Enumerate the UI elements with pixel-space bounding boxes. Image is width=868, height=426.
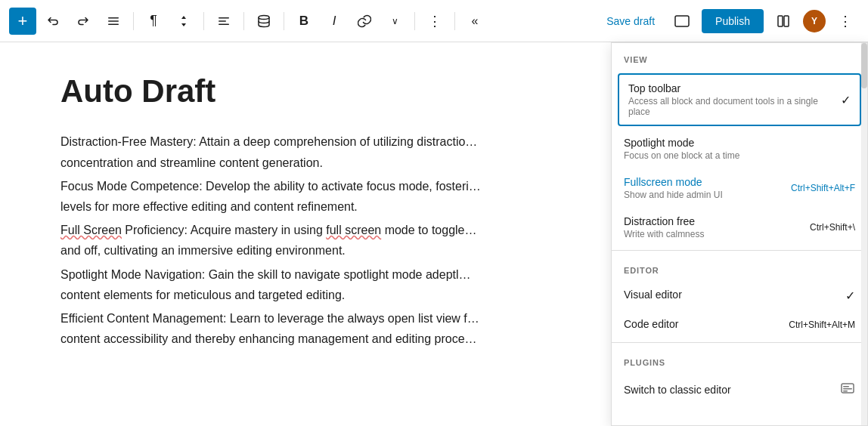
code-editor-item[interactable]: Code editor Ctrl+Shift+Alt+M	[612, 310, 867, 339]
paragraph-button[interactable]: ¶	[140, 8, 167, 35]
svg-rect-7	[675, 16, 689, 26]
svg-rect-1	[108, 20, 119, 22]
top-toolbar-desc: Access all block and document tools in a…	[628, 96, 835, 117]
menu-dots-button[interactable]: ⋮	[832, 8, 859, 35]
view-section-label: VIEW	[612, 43, 867, 70]
distraction-free-desc: Write with calmness	[624, 229, 704, 239]
database-button[interactable]	[250, 8, 277, 35]
svg-rect-13	[843, 390, 848, 392]
bold-button[interactable]: B	[290, 8, 318, 35]
divider-1	[612, 250, 867, 251]
redo-button[interactable]	[70, 8, 97, 35]
top-toolbar-text: Top toolbar Access all block and documen…	[628, 82, 835, 117]
full-screen-text-2: full screen	[326, 224, 381, 236]
classic-editor-item[interactable]: Switch to classic editor	[612, 373, 867, 407]
editor-section-label: EDITOR	[612, 254, 867, 281]
save-draft-button[interactable]: Save draft	[599, 11, 662, 32]
fullscreen-mode-desc: Show and hide admin UI	[624, 190, 723, 200]
more-options-button[interactable]: ⋮	[421, 8, 448, 35]
view-dropdown-panel: VIEW Top toolbar Access all block and do…	[611, 42, 868, 426]
plugins-section-label: PLUGINS	[612, 346, 867, 373]
scrollbar-thumb[interactable]	[861, 43, 867, 88]
list-view-button[interactable]	[100, 8, 127, 35]
full-screen-text-1: Full Screen	[60, 224, 122, 236]
arrows-button[interactable]	[170, 8, 197, 35]
separator-3	[243, 12, 244, 30]
svg-rect-5	[219, 23, 229, 25]
scrollbar[interactable]	[861, 43, 867, 425]
block-tools-button[interactable]	[210, 8, 237, 35]
distraction-free-text: Distraction free Write with calmness	[624, 215, 704, 239]
preview-button[interactable]	[668, 8, 696, 35]
visual-editor-text: Visual editor	[624, 289, 682, 302]
distraction-free-item[interactable]: Distraction free Write with calmness Ctr…	[612, 208, 867, 247]
svg-rect-11	[843, 386, 849, 387]
classic-editor-title: Switch to classic editor	[624, 384, 731, 396]
svg-point-6	[259, 15, 269, 19]
svg-rect-4	[219, 20, 226, 22]
svg-rect-0	[108, 17, 119, 19]
code-editor-title: Code editor	[624, 318, 678, 330]
fullscreen-shortcut: Ctrl+Shift+Alt+F	[791, 183, 855, 193]
toolbar-left: + ¶	[9, 8, 599, 35]
collapse-sidebar-button[interactable]: «	[461, 8, 488, 35]
add-block-button[interactable]: +	[9, 8, 36, 35]
top-toolbar-item[interactable]: Top toolbar Access all block and documen…	[618, 73, 861, 126]
undo-button[interactable]	[39, 8, 67, 35]
toolbar: + ¶	[0, 0, 868, 42]
divider-2	[612, 342, 867, 343]
publish-button[interactable]: Publish	[702, 9, 764, 33]
plugin-icon	[840, 381, 855, 400]
visual-editor-title: Visual editor	[624, 289, 682, 301]
fullscreen-mode-text: Fullscreen mode Show and hide admin UI	[624, 176, 723, 200]
code-editor-text: Code editor	[624, 318, 678, 332]
link-button[interactable]	[351, 8, 378, 35]
classic-editor-text: Switch to classic editor	[624, 384, 731, 397]
distraction-free-shortcut: Ctrl+Shift+\	[810, 222, 855, 233]
toolbar-right: Save draft Publish Y ⋮	[599, 8, 859, 35]
fullscreen-mode-title: Fullscreen mode	[624, 176, 723, 188]
distraction-free-title: Distraction free	[624, 215, 704, 227]
separator-2	[203, 12, 204, 30]
separator-1	[133, 12, 134, 30]
separator-6	[454, 12, 455, 30]
svg-rect-2	[108, 23, 119, 25]
chevron-down-button[interactable]: ∨	[381, 8, 408, 35]
svg-rect-3	[219, 17, 229, 19]
main-area: Auto Draft Distraction-Free Mastery: Att…	[0, 42, 868, 426]
spotlight-mode-text: Spotlight mode Focus on one block at a t…	[624, 137, 739, 161]
italic-button[interactable]: I	[321, 8, 348, 35]
visual-editor-check: ✓	[845, 289, 855, 303]
spotlight-mode-title: Spotlight mode	[624, 137, 739, 149]
svg-rect-8	[778, 16, 783, 26]
svg-rect-9	[784, 16, 789, 26]
view-toggle-button[interactable]	[770, 8, 797, 35]
top-toolbar-title: Top toolbar	[628, 82, 835, 94]
separator-4	[284, 12, 284, 30]
visual-editor-item[interactable]: Visual editor ✓	[612, 281, 867, 310]
spotlight-mode-item[interactable]: Spotlight mode Focus on one block at a t…	[612, 129, 867, 168]
spotlight-mode-desc: Focus on one block at a time	[624, 150, 739, 161]
fullscreen-mode-item[interactable]: Fullscreen mode Show and hide admin UI C…	[612, 168, 867, 208]
user-avatar-button[interactable]: Y	[803, 10, 826, 32]
code-editor-shortcut: Ctrl+Shift+Alt+M	[789, 320, 855, 330]
separator-5	[414, 12, 415, 30]
svg-rect-12	[843, 388, 852, 390]
top-toolbar-check: ✓	[841, 93, 851, 107]
